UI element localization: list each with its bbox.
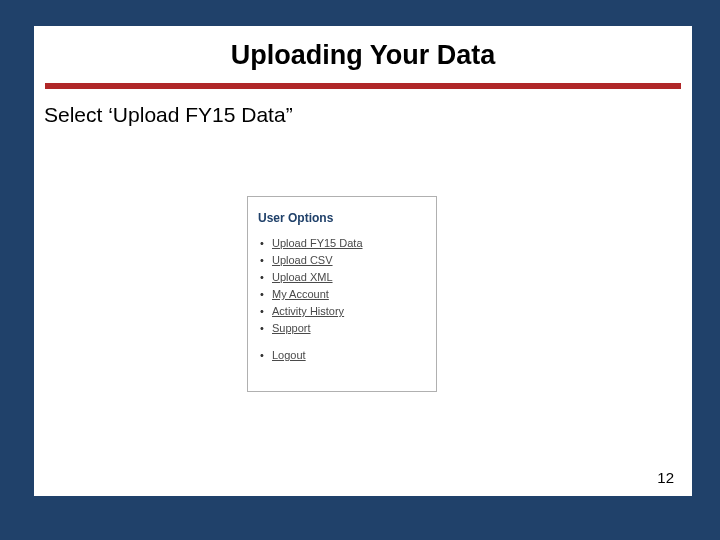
slide-title: Uploading Your Data — [34, 26, 692, 83]
list-item: Activity History — [272, 303, 426, 320]
user-options-list-logout: Logout — [258, 347, 426, 364]
user-options-heading: User Options — [258, 211, 426, 225]
list-item: Upload CSV — [272, 252, 426, 269]
user-options-list: Upload FY15 Data Upload CSV Upload XML M… — [258, 235, 426, 337]
activity-history-link[interactable]: Activity History — [272, 305, 344, 317]
upload-xml-link[interactable]: Upload XML — [272, 271, 333, 283]
divider — [45, 83, 681, 89]
user-options-panel: User Options Upload FY15 Data Upload CSV… — [247, 196, 437, 392]
list-item: Logout — [272, 347, 426, 364]
list-item: Support — [272, 320, 426, 337]
instruction-text: Select ‘Upload FY15 Data” — [34, 103, 692, 127]
my-account-link[interactable]: My Account — [272, 288, 329, 300]
logout-link[interactable]: Logout — [272, 349, 306, 361]
upload-csv-link[interactable]: Upload CSV — [272, 254, 333, 266]
list-item: Upload FY15 Data — [272, 235, 426, 252]
upload-fy15-link[interactable]: Upload FY15 Data — [272, 237, 363, 249]
list-item: Upload XML — [272, 269, 426, 286]
slide: Uploading Your Data Select ‘Upload FY15 … — [34, 26, 692, 496]
page-number: 12 — [657, 469, 674, 486]
list-item: My Account — [272, 286, 426, 303]
support-link[interactable]: Support — [272, 322, 311, 334]
